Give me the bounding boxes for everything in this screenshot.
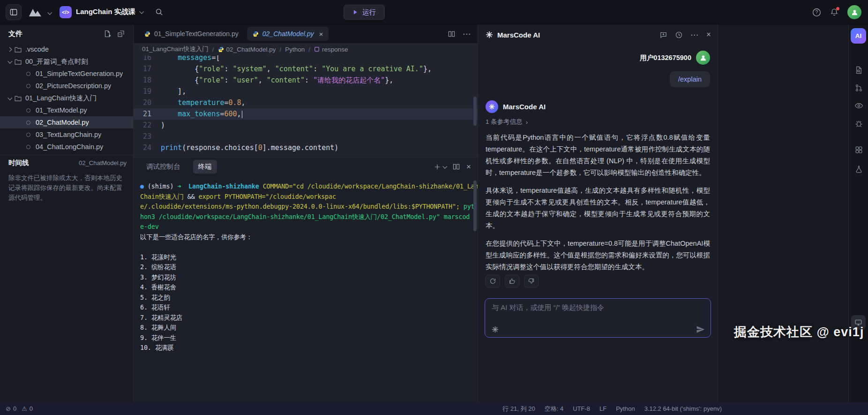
git-branch-icon[interactable]	[849, 83, 868, 92]
code-line-22[interactable]: 22)	[134, 120, 478, 131]
file-icon	[23, 108, 33, 113]
tree-file-03_TextLangChain.py[interactable]: 03_TextLangChain.py	[0, 128, 133, 141]
breadcrumb-item-02_ChatModel.py[interactable]: 02_ChatModel.py	[218, 46, 276, 53]
line-number: 22	[134, 120, 161, 131]
item-label: .vscode	[25, 45, 49, 53]
tree-file-01_TextModel.py[interactable]: 01_TextModel.py	[0, 104, 133, 116]
user-name: 用户0132675900	[640, 53, 691, 62]
editor-tab-02_ChatModel.py[interactable]: 02_ChatModel.py×	[247, 27, 329, 41]
split-terminal-icon[interactable]	[453, 163, 460, 170]
debug-bug-icon[interactable]	[849, 119, 868, 128]
breadcrumb-item-01_LangChain快速入门[interactable]: 01_LangChain快速入门	[142, 45, 209, 53]
editor-scrollbar[interactable]	[473, 97, 477, 126]
terminal-tabs: 调试控制台终端	[141, 160, 217, 174]
more-options-icon[interactable]: ⋯	[690, 30, 699, 40]
terminal-line: 2. 缤纷花语	[140, 262, 472, 272]
user-message-bubble[interactable]: /explain	[670, 71, 710, 87]
explorer-header: 文件	[0, 24, 133, 43]
file-icon	[23, 145, 33, 149]
code-line-24[interactable]: 24print(response.choices[0].message.cont…	[134, 142, 478, 153]
terminal-line	[140, 242, 472, 252]
panel-tab-调试控制台[interactable]: 调试控制台	[141, 160, 186, 174]
status-indentation[interactable]: 空格: 4	[545, 405, 563, 413]
tree-file-01_SimpleTextGeneration.py[interactable]: 01_SimpleTextGeneration.py	[0, 68, 133, 80]
breadcrumb-label: response	[322, 46, 348, 53]
history-icon[interactable]	[675, 31, 683, 39]
code-review-icon[interactable]	[849, 66, 868, 75]
experiments-flask-icon[interactable]	[849, 165, 868, 174]
code-line-21[interactable]: 21 max_tokens=600,	[134, 108, 478, 120]
reference-toggle[interactable]: 1 条参考信息 ›	[478, 113, 718, 126]
status-cursor-position[interactable]: 行 21, 列 20	[502, 405, 535, 413]
status-python-interpreter[interactable]: 3.12.2 64-bit ('shims': pyenv)	[644, 405, 722, 412]
thumbs-up-button[interactable]	[505, 275, 519, 287]
chevron-down-icon	[6, 60, 13, 63]
tree-folder-00_开篇词_奇点时刻[interactable]: 00_开篇词_奇点时刻	[0, 55, 133, 68]
run-button[interactable]: 运行	[344, 5, 385, 20]
warning-count: 0	[30, 405, 33, 412]
tree-folder-.vscode[interactable]: .vscode	[0, 43, 133, 55]
code-line-23[interactable]: 23	[134, 131, 478, 142]
ide-window: </> LangChain 实战课 运行 ? 文件	[0, 0, 868, 415]
code-line-18[interactable]: 18 {"role": "user", "content": "请给我的花店起个…	[134, 75, 478, 86]
svg-text:?: ?	[816, 10, 818, 15]
warning-icon: ⚠	[22, 405, 27, 412]
user-avatar[interactable]	[847, 5, 861, 19]
regenerate-button[interactable]	[486, 275, 500, 287]
breadcrumb-item-response[interactable]: response	[314, 46, 348, 53]
code-line-17[interactable]: 17 {"role": "system", "content": "You ar…	[134, 63, 478, 75]
window-menu-button[interactable]	[6, 4, 22, 20]
tree-file-04_ChatLongChain.py[interactable]: 04_ChatLongChain.py	[0, 141, 133, 153]
code-text: max_tokens=600,	[161, 108, 242, 120]
new-terminal-icon[interactable]	[434, 164, 446, 170]
sparkle-icon[interactable]	[492, 326, 499, 333]
code-editor[interactable]: 16 messages=[17 {"role": "system", "cont…	[134, 55, 478, 157]
text-cursor	[242, 111, 243, 118]
ai-chat-input[interactable]	[492, 303, 704, 321]
close-ai-panel-icon[interactable]: ×	[706, 30, 711, 39]
terminal-line: hon3 /cloudide/workspace/LangChain-shizh…	[140, 212, 472, 222]
timeline-header[interactable]: 时间线 02_ChatModel.py	[0, 155, 133, 170]
ai-assistant-badge[interactable]: AI	[851, 28, 866, 44]
thumbs-down-button[interactable]	[524, 275, 539, 287]
help-icon[interactable]: ?	[812, 8, 821, 17]
tree-file-02_ChatModel.py[interactable]: 02_ChatModel.py	[0, 116, 133, 128]
code-line-20[interactable]: 20 temperature=0.8,	[134, 97, 478, 108]
line-number: 17	[134, 63, 161, 75]
status-language-mode[interactable]: Python	[616, 405, 635, 412]
terminal-scrollbar[interactable]	[473, 181, 477, 231]
terminal[interactable]: ● (shims) ➜ LangChain-shizhanke COMMAND=…	[134, 176, 478, 402]
code-line-16[interactable]: 16 messages=[	[134, 55, 478, 63]
terminal-line: 5. 花之韵	[140, 293, 472, 303]
status-eol[interactable]: LF	[599, 405, 606, 412]
marscode-logo[interactable]	[28, 7, 44, 17]
item-label: 01_TextModel.py	[36, 106, 87, 114]
workspace-switcher[interactable]: </> LangChain 实战课	[60, 6, 143, 18]
search-icon[interactable]	[155, 8, 163, 16]
line-number: 23	[134, 131, 161, 142]
status-encoding[interactable]: UTF-8	[573, 405, 590, 412]
panel-tab-终端[interactable]: 终端	[193, 160, 217, 174]
close-panel-icon[interactable]: ×	[466, 162, 471, 172]
problems-indicator[interactable]: ⊘ 0 ⚠ 0	[6, 405, 33, 412]
tree-file-02_PictureDescription.py[interactable]: 02_PictureDescription.py	[0, 80, 133, 92]
breadcrumb-item-Python[interactable]: Python	[285, 46, 305, 53]
ai-chat-input-box[interactable]	[485, 298, 711, 338]
new-chat-icon[interactable]	[659, 31, 667, 39]
collapse-all-icon[interactable]	[117, 30, 125, 38]
editor-group: 01_SimpleTextGeneration.py02_ChatModel.p…	[134, 24, 478, 402]
notifications-bell-icon[interactable]	[830, 8, 838, 16]
editor-tab-01_SimpleTextGeneration.py[interactable]: 01_SimpleTextGeneration.py	[139, 27, 244, 41]
new-file-icon[interactable]	[104, 30, 111, 38]
close-tab-icon[interactable]: ×	[319, 30, 323, 38]
preview-eye-icon[interactable]	[849, 101, 868, 110]
ai-paragraph: 当前代码是Python语言中的一个赋值语句，它将浮点数0.8赋值给变量tempe…	[486, 132, 710, 179]
more-actions-icon[interactable]: ⋯	[463, 29, 471, 39]
line-number: 18	[134, 75, 161, 86]
send-icon[interactable]	[696, 325, 705, 334]
chevron-down-icon[interactable]	[48, 8, 51, 16]
extensions-grid-icon[interactable]	[849, 145, 868, 154]
split-editor-icon[interactable]	[448, 30, 455, 38]
tree-folder-01_LangChain快速入门[interactable]: 01_LangChain快速入门	[0, 92, 133, 104]
code-line-19[interactable]: 19 ],	[134, 86, 478, 97]
